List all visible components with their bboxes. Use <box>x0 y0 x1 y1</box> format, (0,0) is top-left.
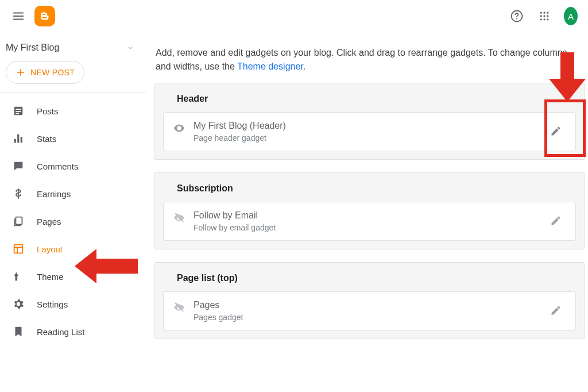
svg-rect-12 <box>16 109 21 110</box>
sidebar-item-label: Posts <box>37 106 59 116</box>
new-post-label: NEW POST <box>30 68 75 77</box>
new-post-button[interactable]: NEW POST <box>6 61 84 84</box>
gadget-subtitle: Follow by email gadget <box>194 223 537 232</box>
section-header: Header My First Blog (Header) Page heade… <box>154 83 585 160</box>
plus-icon <box>16 67 26 78</box>
svg-rect-13 <box>16 111 21 112</box>
pencil-icon <box>550 305 562 316</box>
chevron-down-icon <box>126 44 134 52</box>
menu-icon <box>12 10 25 22</box>
sidebar-item-earnings[interactable]: Earnings <box>5 180 141 207</box>
intro-text-end: . <box>303 62 305 71</box>
svg-rect-18 <box>16 217 22 225</box>
blog-title: My First Blog <box>6 43 59 53</box>
sidebar-item-label: Theme <box>37 272 64 282</box>
svg-point-20 <box>178 127 180 129</box>
sidebar-item-label: Earnings <box>37 189 71 199</box>
sidebar-item-stats[interactable]: Stats <box>5 125 141 152</box>
svg-point-2 <box>540 12 542 14</box>
stats-icon <box>11 132 25 145</box>
svg-rect-14 <box>16 113 19 114</box>
edit-gadget-button[interactable] <box>546 121 566 141</box>
main-content: Add, remove and edit gadgets on your blo… <box>146 32 588 392</box>
svg-rect-15 <box>14 139 16 143</box>
gadget-card-follow-email[interactable]: Follow by Email Follow by email gadget <box>163 202 576 241</box>
sidebar-item-label: Settings <box>37 299 68 309</box>
gadget-card-pages[interactable]: Pages Pages gadget <box>163 291 576 330</box>
theme-designer-link[interactable]: Theme designer <box>237 62 303 71</box>
gadget-title: Pages <box>194 300 537 310</box>
svg-point-7 <box>547 15 548 17</box>
edit-gadget-button[interactable] <box>546 210 566 231</box>
sidebar-item-comments[interactable]: Comments <box>5 152 141 180</box>
section-subscription: Subscription Follow by Email Follow by e… <box>154 172 585 249</box>
pencil-icon <box>550 125 562 137</box>
svg-point-8 <box>540 18 542 20</box>
visibility-off-icon <box>173 212 185 224</box>
gadget-title: My First Blog (Header) <box>194 121 537 131</box>
layout-icon <box>11 242 25 256</box>
intro-text-part: Add, remove and edit gadgets on your blo… <box>156 48 567 71</box>
gadget-title: Follow by Email <box>194 210 537 221</box>
blogger-logo <box>34 6 55 26</box>
svg-point-4 <box>547 12 548 14</box>
section-title: Header <box>155 83 584 112</box>
help-icon <box>510 9 524 23</box>
intro-text: Add, remove and edit gadgets on your blo… <box>154 38 585 83</box>
sidebar-item-posts[interactable]: Posts <box>5 97 141 125</box>
visibility-off-icon <box>173 301 185 314</box>
visibility-on-icon <box>173 122 185 134</box>
sidebar-item-label: Pages <box>37 217 61 226</box>
hamburger-menu-button[interactable] <box>7 5 30 28</box>
svg-rect-17 <box>21 137 22 143</box>
sidebar-item-pages[interactable]: Pages <box>5 207 141 235</box>
section-page-list-top: Page list (top) Pages Pages gadget <box>154 262 585 339</box>
gadget-subtitle: Pages gadget <box>194 313 537 322</box>
section-title: Subscription <box>155 173 584 202</box>
svg-rect-16 <box>17 134 19 143</box>
svg-point-9 <box>543 18 545 20</box>
theme-icon <box>11 270 25 283</box>
sidebar-item-label: Stats <box>37 134 56 144</box>
svg-rect-19 <box>14 245 23 253</box>
svg-point-1 <box>516 18 517 20</box>
account-button[interactable]: A <box>560 5 581 28</box>
sidebar-item-label: Comments <box>37 162 79 171</box>
section-title: Page list (top) <box>155 263 584 291</box>
posts-icon <box>11 104 25 118</box>
apps-button[interactable] <box>533 5 556 28</box>
svg-point-6 <box>543 15 545 17</box>
svg-point-10 <box>547 18 548 20</box>
pencil-icon <box>550 215 562 226</box>
app-bar: A <box>0 0 588 32</box>
comments-icon <box>11 159 25 173</box>
avatar: A <box>564 7 578 25</box>
pages-icon <box>11 214 25 228</box>
sidebar-item-theme[interactable]: Theme <box>5 263 141 290</box>
sidebar-item-label: Reading List <box>37 327 84 337</box>
sidebar-item-label: Layout <box>37 244 63 254</box>
help-button[interactable] <box>505 5 528 28</box>
sidebar-item-settings[interactable]: Settings <box>5 290 141 318</box>
earnings-icon <box>11 187 25 201</box>
apps-grid-icon <box>539 10 550 22</box>
sidebar: My First Blog NEW POST Posts Stats <box>0 32 146 392</box>
sidebar-item-reading-list[interactable]: Reading List <box>5 318 141 345</box>
gadget-card-header[interactable]: My First Blog (Header) Page header gadge… <box>163 112 576 151</box>
blog-selector[interactable]: My First Blog <box>0 37 146 61</box>
bookmark-icon <box>11 325 25 339</box>
gadget-subtitle: Page header gadget <box>194 133 537 143</box>
sidebar-item-layout[interactable]: Layout <box>5 235 141 263</box>
svg-point-3 <box>543 12 545 14</box>
edit-gadget-button[interactable] <box>546 300 566 321</box>
gear-icon <box>11 297 25 311</box>
svg-point-5 <box>540 15 542 17</box>
